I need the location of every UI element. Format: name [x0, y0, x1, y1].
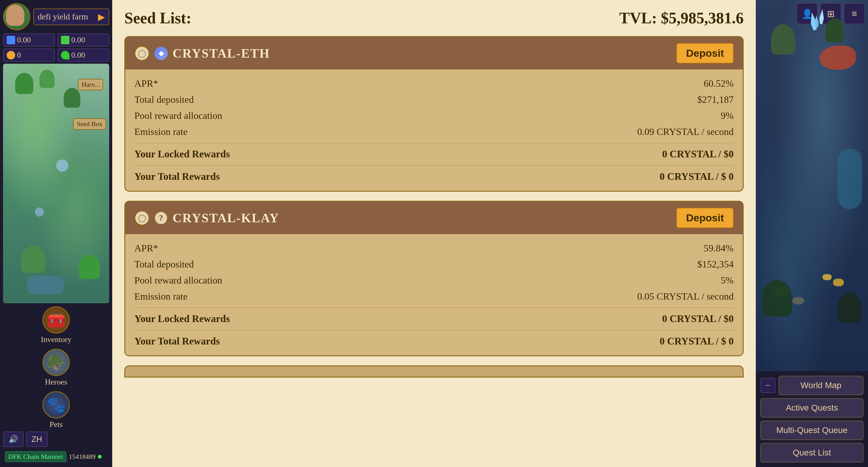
- map-tree-1: [15, 73, 33, 94]
- zoom-minus-button[interactable]: −: [760, 378, 775, 393]
- grid-icon: ⊞: [827, 8, 835, 19]
- multi-quest-button[interactable]: Multi-Quest Queue: [760, 421, 863, 440]
- menu-button[interactable]: ≡: [844, 3, 865, 24]
- block-number: 15418489: [69, 453, 96, 461]
- divider-4: [134, 330, 734, 330]
- inventory-icon: 🧰: [42, 306, 70, 334]
- divider-3: [134, 308, 734, 308]
- bottom-controls: 🔊 ZH: [3, 429, 109, 449]
- stat-locked-rewards-crystal-klay: Your Locked Rewards 0 CRYSTAL / $0: [134, 311, 734, 327]
- active-quests-button[interactable]: Active Quests: [760, 398, 863, 417]
- main-content: Seed List: TVL: $5,985,381.6 ◯ ◆ CRYSTAL…: [112, 0, 756, 467]
- emission-value-klay: 0.05 CRYSTAL / second: [637, 291, 734, 302]
- creature-silhouette: [819, 45, 856, 70]
- emission-label: Emission rate: [134, 126, 187, 137]
- world-map-button[interactable]: World Map: [778, 376, 863, 395]
- right-tree-1: [771, 24, 795, 55]
- deposit-button-crystal-eth[interactable]: Deposit: [676, 43, 734, 63]
- stat-total-rewards-crystal-eth: Your Total Rewards 0 CRYSTAL / $ 0: [134, 168, 734, 185]
- right-water: [838, 149, 862, 209]
- pool-name-crystal-eth: CRYSTAL-ETH: [173, 46, 270, 61]
- right-sidebar: 👤 ⊞ ≡ −: [756, 0, 868, 467]
- stat-deposited-crystal-klay: Total deposited $152,354: [134, 256, 734, 272]
- pool-toggle-crystal-eth[interactable]: ◯: [134, 46, 150, 61]
- network-label: DFK Chain Mainnet: [5, 451, 66, 462]
- pool-toggle-crystal-klay[interactable]: ◯: [134, 211, 150, 226]
- dark-foliage-2: [838, 292, 862, 323]
- currency-box-3: 0: [3, 49, 55, 62]
- avatar: [3, 3, 30, 30]
- small-creature-2: [823, 274, 832, 280]
- left-sidebar: defi yield farm ▶ 0.00 0.00 0 0.00: [0, 0, 112, 467]
- language-button[interactable]: ZH: [26, 432, 48, 447]
- player-name-box[interactable]: defi yield farm ▶: [33, 8, 109, 25]
- tvl-value: TVL: $5,985,381.6: [619, 9, 744, 27]
- avatar-face: [6, 5, 24, 26]
- apr-value-klay: 59.84%: [704, 243, 734, 254]
- currency-icon-leaf: [61, 51, 69, 59]
- sidebar-item-heroes[interactable]: 🪖 Heroes: [3, 349, 109, 387]
- deposited-label-klay: Total deposited: [134, 259, 194, 270]
- locked-rewards-value-klay: 0 CRYSTAL / $0: [662, 313, 734, 324]
- currency-2-value: 0.00: [71, 35, 85, 44]
- zoom-world-map-row: − World Map: [760, 376, 863, 395]
- sidebar-item-inventory[interactable]: 🧰 Inventory: [3, 306, 109, 344]
- heroes-label: Heroes: [45, 377, 67, 387]
- stat-total-rewards-crystal-klay: Your Total Rewards 0 CRYSTAL / $ 0: [134, 333, 734, 349]
- small-creature-1: [833, 279, 844, 286]
- stat-emission-crystal-klay: Emission rate 0.05 CRYSTAL / second: [134, 288, 734, 305]
- currency-3-value: 0: [17, 51, 21, 60]
- sidebar-item-pets[interactable]: 🐾 Pets: [3, 391, 109, 429]
- pool-stats-crystal-klay: APR* 59.84% Total deposited $152,354 Poo…: [125, 234, 743, 355]
- locked-rewards-label: Your Locked Rewards: [134, 149, 230, 160]
- pool-reward-value: 9%: [721, 110, 734, 121]
- pool-reward-label-klay: Pool reward allocation: [134, 275, 222, 286]
- currency-icon-gold: [7, 51, 15, 59]
- currency-box-1: 0.00: [3, 33, 55, 47]
- player-name-text: defi yield farm: [38, 12, 88, 22]
- game-map: Harv... Seed Box: [3, 64, 109, 303]
- emission-label-klay: Emission rate: [134, 291, 187, 302]
- stat-pool-reward-crystal-eth: Pool reward allocation 9%: [134, 108, 734, 124]
- dark-foliage-1: [762, 280, 792, 317]
- map-water: [27, 276, 64, 294]
- pool-card-crystal-eth: ◯ ◆ CRYSTAL-ETH Deposit APR* 60.52% Tota…: [124, 36, 744, 192]
- map-tree-2: [39, 70, 55, 88]
- deposit-button-crystal-klay[interactable]: Deposit: [676, 208, 734, 228]
- sound-button[interactable]: 🔊: [3, 432, 24, 447]
- sidebar-nav: 🧰 Inventory 🪖 Heroes 🐾 Pets: [3, 306, 109, 429]
- heroes-icon: 🪖: [42, 349, 70, 376]
- pool-card-crystal-klay: ◯ ? CRYSTAL-KLAY Deposit APR* 59.84% Tot…: [124, 201, 744, 356]
- rock-2: [792, 297, 804, 305]
- currency-icon-jade: [61, 36, 69, 44]
- menu-icon: ≡: [851, 8, 857, 19]
- deposited-value-klay: $152,354: [697, 259, 734, 270]
- page-header: Seed List: TVL: $5,985,381.6: [124, 9, 744, 27]
- network-status-dot: [98, 455, 102, 459]
- eth-icon: ◆: [154, 47, 168, 60]
- quest-list-button[interactable]: Quest List: [760, 443, 863, 462]
- total-rewards-label-klay: Your Total Rewards: [134, 336, 220, 347]
- name-arrow-icon: ▶: [98, 11, 105, 22]
- right-bottom-controls: − World Map Active Quests Multi-Quest Qu…: [756, 371, 868, 467]
- pool-card-partial: [124, 365, 744, 377]
- currency-4-value: 0.00: [71, 51, 85, 60]
- stat-apr-crystal-klay: APR* 59.84%: [134, 240, 734, 256]
- seed-box-label[interactable]: Seed Box: [73, 118, 106, 130]
- stat-emission-crystal-eth: Emission rate 0.09 CRYSTAL / second: [134, 124, 734, 140]
- pool-reward-label: Pool reward allocation: [134, 110, 222, 121]
- divider-2: [134, 165, 734, 165]
- currency-icon-crystal: [7, 36, 15, 44]
- map-rock-2: [35, 208, 44, 217]
- avatar-section: defi yield farm ▶: [3, 3, 109, 30]
- pool-header-crystal-klay: ◯ ? CRYSTAL-KLAY Deposit: [125, 201, 743, 234]
- klay-icon: ?: [154, 211, 168, 225]
- map-tree-4: [21, 246, 45, 273]
- emission-value: 0.09 CRYSTAL / second: [637, 126, 734, 137]
- page-title: Seed List:: [124, 9, 191, 27]
- harvest-label[interactable]: Harv...: [78, 79, 103, 90]
- deposited-value: $271,187: [697, 94, 734, 105]
- stat-apr-crystal-eth: APR* 60.52%: [134, 75, 734, 92]
- currency-row-2: 0 0.00: [3, 49, 109, 62]
- pool-stats-crystal-eth: APR* 60.52% Total deposited $271,187 Poo…: [125, 69, 743, 191]
